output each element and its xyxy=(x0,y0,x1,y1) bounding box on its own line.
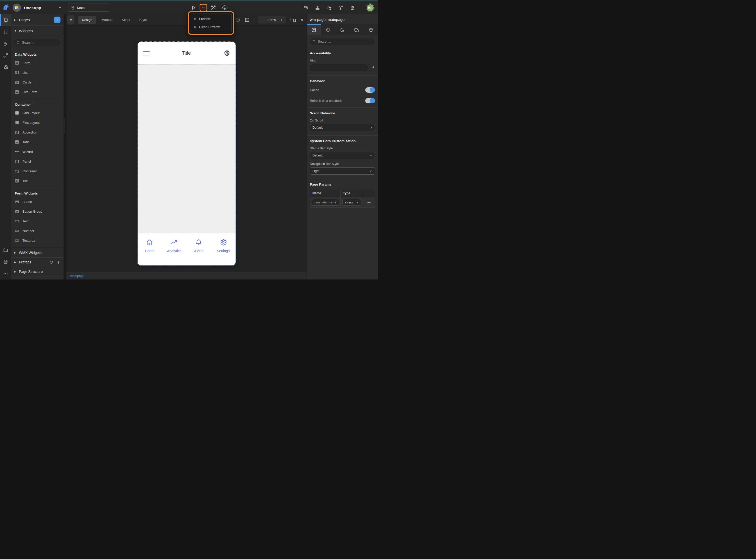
widget-item-cards[interactable]: Cards xyxy=(11,77,64,87)
nav-item-home[interactable]: Home xyxy=(138,239,162,253)
design-canvas[interactable]: Title Home Analytics xyxy=(66,25,306,272)
widget-item-button-group[interactable]: Button Group xyxy=(11,206,64,216)
refresh-icon[interactable] xyxy=(49,260,53,264)
refresh-data-toggle[interactable] xyxy=(365,98,375,104)
widgets-section-header[interactable]: ▼ Widgets xyxy=(11,25,64,36)
tab-script[interactable]: Script xyxy=(118,16,134,24)
phone-header-gear-icon[interactable] xyxy=(223,50,230,57)
cache-toggle[interactable] xyxy=(365,87,375,93)
chevron-right-icon: ▶ xyxy=(14,261,17,263)
phone-preview[interactable]: Title Home Analytics xyxy=(138,42,235,266)
phone-page-content[interactable] xyxy=(138,64,235,233)
nav-label: Settings xyxy=(217,249,230,253)
widget-item-panel[interactable]: Panel xyxy=(11,156,64,166)
hamburger-menu-icon[interactable] xyxy=(143,51,150,55)
devices-tab-icon[interactable] xyxy=(349,24,364,35)
widget-search-input[interactable] xyxy=(22,41,59,44)
tools-icon[interactable] xyxy=(211,5,216,10)
tab-design[interactable]: Design xyxy=(78,16,96,24)
widget-item-textarea[interactable]: Textarea xyxy=(11,236,64,245)
widget-item-grid-layout[interactable]: Grid Layout xyxy=(11,108,64,118)
on-scroll-select[interactable]: Default xyxy=(310,124,375,131)
behavior-heading: Behavior xyxy=(310,76,375,84)
hint-input[interactable] xyxy=(310,64,368,71)
widget-item-text[interactable]: Text xyxy=(11,216,64,226)
rail-database-icon[interactable] xyxy=(0,26,11,38)
zoom-out-button[interactable]: − xyxy=(261,18,264,22)
menu-item-clean-preview[interactable]: Clean Preview xyxy=(190,23,231,31)
export-icon[interactable] xyxy=(315,5,320,10)
navigation-bar-style-select[interactable]: Light xyxy=(310,167,375,175)
pages-section-header[interactable]: ▶ Pages + xyxy=(11,14,64,25)
nav-item-analytics[interactable]: Analytics xyxy=(162,239,187,253)
rail-more-dots-icon[interactable] xyxy=(0,268,11,280)
save-icon[interactable] xyxy=(245,17,250,22)
expand-right-icon[interactable] xyxy=(300,18,304,22)
translate-icon[interactable]: A文 xyxy=(326,5,332,10)
add-param-button[interactable] xyxy=(367,200,371,205)
widget-item-live-form[interactable]: Live Form xyxy=(11,87,64,97)
breadcrumb-page[interactable]: mainpage xyxy=(70,274,85,278)
rail-java-icon[interactable] xyxy=(0,38,11,49)
tab-markup[interactable]: Markup xyxy=(97,16,116,24)
run-preview-button[interactable] xyxy=(191,5,196,10)
edit-tab-icon[interactable] xyxy=(307,24,321,35)
widget-item-flex-layout[interactable]: Flex Layout xyxy=(11,118,64,127)
widget-item-number[interactable]: 123 Number xyxy=(11,226,64,236)
widget-item-tile[interactable]: Tile xyxy=(11,176,64,185)
page-selector[interactable]: Main xyxy=(68,4,109,12)
status-bar-style-select[interactable]: Default xyxy=(310,152,375,159)
properties-panel: wm-page: mainpage xyxy=(306,14,378,280)
widget-item-wizard[interactable]: Wizard xyxy=(11,147,64,156)
param-row: string xyxy=(310,197,375,207)
param-name-input[interactable] xyxy=(312,199,339,206)
menu-item-preview[interactable]: Preview xyxy=(190,15,231,23)
branch-icon[interactable] xyxy=(338,5,343,10)
widget-item-accordion[interactable]: Accordion xyxy=(11,127,64,137)
widget-item-tabs[interactable]: Tabs xyxy=(11,137,64,147)
collapse-left-icon[interactable] xyxy=(67,15,74,24)
chevron-down-icon xyxy=(369,126,372,129)
panel-scrollbar-thumb[interactable] xyxy=(65,118,65,134)
rail-settings-icon[interactable] xyxy=(0,61,11,73)
checklist-icon[interactable] xyxy=(303,5,308,10)
section-wmx-widgets[interactable]: ▶ WMX Widgets xyxy=(11,248,64,257)
interaction-tab-icon[interactable] xyxy=(335,24,350,35)
app-switcher-chevron-down-icon[interactable] xyxy=(58,6,62,10)
device-toggle-icon[interactable] xyxy=(290,17,296,23)
redo-icon[interactable] xyxy=(235,17,240,22)
section-variables[interactable]: ▶ Variables xyxy=(11,276,64,280)
cloud-upload-icon[interactable] xyxy=(222,5,228,11)
preview-options-chevron-button[interactable] xyxy=(200,4,207,12)
rail-pages-icon[interactable] xyxy=(0,14,11,26)
user-avatar[interactable]: MP xyxy=(366,3,374,12)
palette-tab-icon[interactable] xyxy=(321,24,335,35)
section-prefabs[interactable]: ▶ Prefabs xyxy=(11,257,64,267)
add-page-button[interactable]: + xyxy=(54,17,61,23)
search-icon xyxy=(16,41,20,44)
widget-item-list[interactable]: List xyxy=(11,68,64,77)
rail-connector-icon[interactable] xyxy=(0,49,11,61)
param-type-select[interactable]: string xyxy=(342,199,361,206)
tab-style[interactable]: Style xyxy=(136,16,151,24)
bind-link-icon[interactable] xyxy=(371,66,375,70)
nav-item-alerts[interactable]: Alerts xyxy=(187,239,211,253)
zoom-in-button[interactable]: + xyxy=(280,18,283,22)
plus-icon[interactable] xyxy=(57,260,61,264)
nav-item-settings[interactable]: Settings xyxy=(211,239,235,253)
widget-item-form[interactable]: Form xyxy=(11,58,64,68)
widget-item-label: Textarea xyxy=(22,239,35,243)
device-sync-icon[interactable] xyxy=(350,5,355,10)
widget-item-container[interactable]: Container xyxy=(11,166,64,176)
properties-search-input[interactable] xyxy=(318,40,372,43)
rail-folder-icon[interactable] xyxy=(0,244,11,256)
text-icon xyxy=(15,219,19,223)
on-scroll-value: Default xyxy=(313,126,323,129)
section-page-structure[interactable]: ▶ Page Structure xyxy=(11,267,64,276)
widget-item-button[interactable]: Button xyxy=(11,197,64,206)
rail-log-file-icon[interactable]: LOG xyxy=(0,256,11,268)
security-tab-icon[interactable] xyxy=(364,24,378,35)
menu-item-label: Clean Preview xyxy=(199,25,220,29)
widget-item-label: Number xyxy=(22,229,34,233)
phone-page-title: Title xyxy=(150,50,223,56)
